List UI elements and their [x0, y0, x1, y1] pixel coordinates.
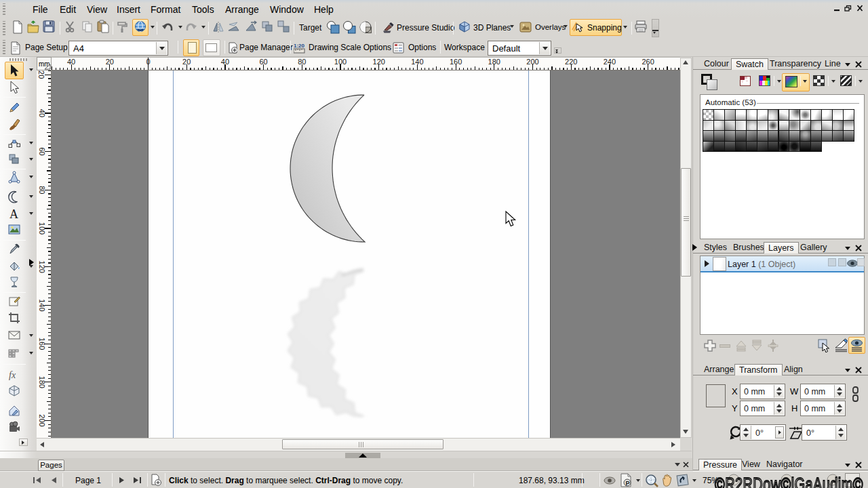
svg-text:20: 20 — [38, 70, 46, 79]
svg-text:240: 240 — [604, 58, 616, 66]
svg-text:140: 140 — [38, 299, 46, 311]
svg-text:0: 0 — [146, 58, 150, 66]
svg-text:60: 60 — [259, 58, 267, 66]
svg-text:1:20: 1:20 — [294, 43, 305, 49]
svg-text:40: 40 — [67, 58, 75, 66]
svg-text:160: 160 — [450, 58, 462, 66]
svg-text:100: 100 — [334, 58, 347, 66]
svg-text:120: 120 — [373, 58, 385, 66]
svg-text:40: 40 — [38, 109, 46, 117]
svg-text:fx: fx — [9, 370, 16, 380]
svg-text:260: 260 — [642, 58, 654, 66]
svg-text:A: A — [9, 207, 18, 221]
svg-text:P: P — [626, 480, 630, 487]
svg-text:40: 40 — [221, 58, 229, 66]
svg-text:180: 180 — [38, 376, 46, 388]
svg-text:120: 120 — [38, 261, 46, 273]
svg-text:80: 80 — [38, 186, 46, 194]
svg-text:100: 100 — [38, 222, 46, 235]
svg-text:200: 200 — [526, 58, 538, 66]
svg-text:20: 20 — [182, 58, 191, 66]
svg-text:200: 200 — [38, 414, 46, 426]
svg-text:220: 220 — [565, 58, 577, 66]
svg-text:180: 180 — [488, 58, 500, 66]
svg-text:20: 20 — [106, 58, 114, 66]
svg-text:140: 140 — [411, 58, 423, 66]
svg-text:80: 80 — [298, 58, 306, 66]
svg-text:160: 160 — [38, 338, 46, 350]
svg-text:60: 60 — [38, 147, 46, 155]
